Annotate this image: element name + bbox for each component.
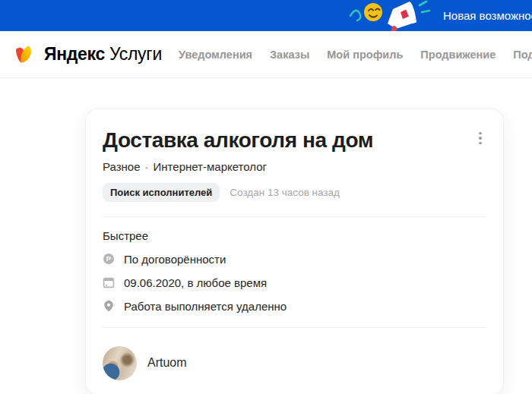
megaphone-icon [388, 2, 429, 31]
brand-wordmark: ЯндексУслуги [44, 44, 162, 65]
main-content-area: Доставка алкоголя на дом Разное·Интернет… [0, 79, 532, 394]
author-row[interactable]: Artuom [103, 337, 486, 380]
divider-top [103, 216, 486, 217]
nav-menu: Уведомления Заказы Мой профиль Продвижен… [179, 49, 532, 61]
brand-first-word: Яндекс [44, 44, 105, 64]
nav-item-notifications[interactable]: Уведомления [179, 49, 252, 61]
squiggle-icon [350, 11, 360, 20]
created-timestamp: Создан 13 часов назад [230, 187, 340, 198]
top-navigation: ЯндексУслуги Уведомления Заказы Мой проф… [0, 31, 532, 78]
svg-text:Р: Р [106, 254, 112, 263]
date-row: 09.06.2020, в любое время [103, 276, 486, 289]
nav-item-my-profile[interactable]: Мой профиль [327, 49, 403, 61]
ruble-icon: Р [103, 253, 115, 265]
banner-promo-text: Новая возможность [443, 0, 532, 31]
megaphone-emoji-illustration [346, 0, 441, 31]
order-title: Доставка алкоголя на дом [103, 128, 486, 153]
order-categories: Разное·Интернет-маркетолог [103, 160, 486, 173]
author-avatar[interactable] [103, 346, 137, 380]
location-icon [103, 300, 115, 312]
location-text: Работа выполняется удаленно [124, 300, 287, 313]
yandex-uslugi-logo[interactable]: ЯндексУслуги [14, 43, 162, 66]
divider-bottom [103, 327, 486, 328]
promo-banner[interactable]: Новая возможность [0, 0, 532, 31]
price-text: По договорённости [124, 253, 226, 266]
price-row: Р По договорённости [103, 253, 486, 266]
order-card: Доставка алкоголя на дом Разное·Интернет… [85, 109, 504, 394]
order-description: Быстрее [103, 229, 486, 242]
smiley-emoji-icon [364, 3, 382, 21]
nav-item-subscriptions[interactable]: Подписки [513, 49, 532, 61]
location-row: Работа выполняется удаленно [103, 300, 486, 313]
status-badge: Поиск исполнителей [103, 183, 220, 202]
date-text: 09.06.2020, в любое время [124, 276, 267, 289]
brand-second-word: Услуги [109, 44, 162, 64]
author-name: Artuom [147, 356, 187, 370]
yandex-uslugi-logo-icon [14, 43, 38, 66]
calendar-icon [103, 276, 115, 288]
nav-item-promotion[interactable]: Продвижение [420, 49, 496, 61]
category-primary[interactable]: Разное [103, 160, 141, 173]
category-separator: · [145, 160, 149, 173]
nav-item-orders[interactable]: Заказы [270, 49, 309, 61]
card-menu-button[interactable] [473, 129, 488, 147]
category-secondary[interactable]: Интернет-маркетолог [154, 160, 267, 173]
status-row: Поиск исполнителей Создан 13 часов назад [103, 183, 486, 202]
